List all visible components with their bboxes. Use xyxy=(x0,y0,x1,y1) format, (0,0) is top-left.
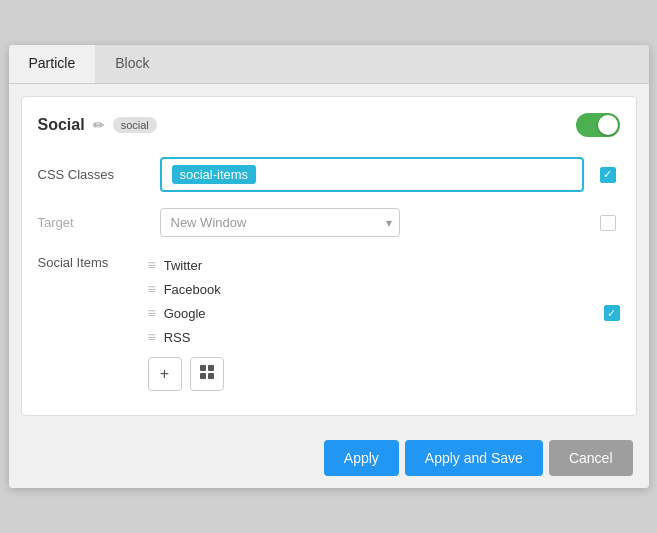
social-item-google-row: ≡ Google ✓ xyxy=(148,301,620,325)
social-items-label: Social Items xyxy=(38,253,148,270)
toggle-track xyxy=(576,113,620,137)
add-buttons-group: + xyxy=(148,357,620,391)
svg-rect-3 xyxy=(208,373,214,379)
social-item-label-facebook: Facebook xyxy=(164,282,221,297)
drag-icon-twitter: ≡ xyxy=(148,257,156,273)
footer: Apply Apply and Save Cancel xyxy=(9,428,649,488)
edit-icon[interactable]: ✏ xyxy=(93,117,105,133)
section-title-group: Social ✏ social xyxy=(38,116,157,134)
drag-icon-rss: ≡ xyxy=(148,329,156,345)
section-title: Social xyxy=(38,116,85,134)
grid-icon xyxy=(199,364,215,384)
target-row: Target New Window Same Window Parent Top… xyxy=(38,208,620,237)
css-classes-input[interactable]: social-items xyxy=(160,157,584,192)
apply-button[interactable]: Apply xyxy=(324,440,399,476)
target-select[interactable]: New Window Same Window Parent Top xyxy=(160,208,400,237)
css-classes-label: CSS Classes xyxy=(38,167,148,182)
google-checkbox[interactable]: ✓ xyxy=(604,305,620,321)
css-classes-row: CSS Classes social-items ✓ xyxy=(38,157,620,192)
social-item-label-rss: RSS xyxy=(164,330,191,345)
grid-view-button[interactable] xyxy=(190,357,224,391)
drag-icon-facebook: ≡ xyxy=(148,281,156,297)
svg-rect-2 xyxy=(200,373,206,379)
css-tag: social-items xyxy=(172,165,257,184)
content-card: Social ✏ social CSS Classes social-items… xyxy=(21,96,637,416)
tab-block[interactable]: Block xyxy=(95,45,169,83)
main-panel: Particle Block Social ✏ social CSS Class… xyxy=(9,45,649,488)
drag-icon-google: ≡ xyxy=(148,305,156,321)
plus-icon: + xyxy=(160,365,169,383)
social-items-list: ≡ Twitter ≡ Facebook ≡ Google ✓ xyxy=(148,253,620,391)
svg-rect-0 xyxy=(200,365,206,371)
social-item-label-twitter: Twitter xyxy=(164,258,202,273)
target-label: Target xyxy=(38,215,148,230)
social-item-label-google: Google xyxy=(164,306,206,321)
target-select-wrap: New Window Same Window Parent Top ▾ xyxy=(160,208,584,237)
checkbox-unchecked-icon xyxy=(600,215,616,231)
cancel-button[interactable]: Cancel xyxy=(549,440,633,476)
svg-rect-1 xyxy=(208,365,214,371)
social-item-facebook: ≡ Facebook xyxy=(148,277,620,301)
enable-toggle[interactable] xyxy=(576,113,620,137)
tab-particle[interactable]: Particle xyxy=(9,45,96,83)
section-badge: social xyxy=(113,117,157,133)
checkbox-checked-icon: ✓ xyxy=(600,167,616,183)
target-select-container: New Window Same Window Parent Top ▾ xyxy=(160,208,400,237)
css-classes-input-wrap: social-items xyxy=(160,157,584,192)
apply-save-button[interactable]: Apply and Save xyxy=(405,440,543,476)
toggle-thumb xyxy=(598,115,618,135)
target-checkbox[interactable] xyxy=(596,215,620,231)
social-item-google: ≡ Google xyxy=(148,301,206,325)
css-classes-checkbox[interactable]: ✓ xyxy=(596,167,620,183)
social-item-twitter: ≡ Twitter xyxy=(148,253,620,277)
add-item-button[interactable]: + xyxy=(148,357,182,391)
section-header: Social ✏ social xyxy=(38,113,620,137)
tab-bar: Particle Block xyxy=(9,45,649,84)
social-item-rss: ≡ RSS xyxy=(148,325,620,349)
social-items-section: Social Items ≡ Twitter ≡ Facebook ≡ Goog… xyxy=(38,253,620,391)
